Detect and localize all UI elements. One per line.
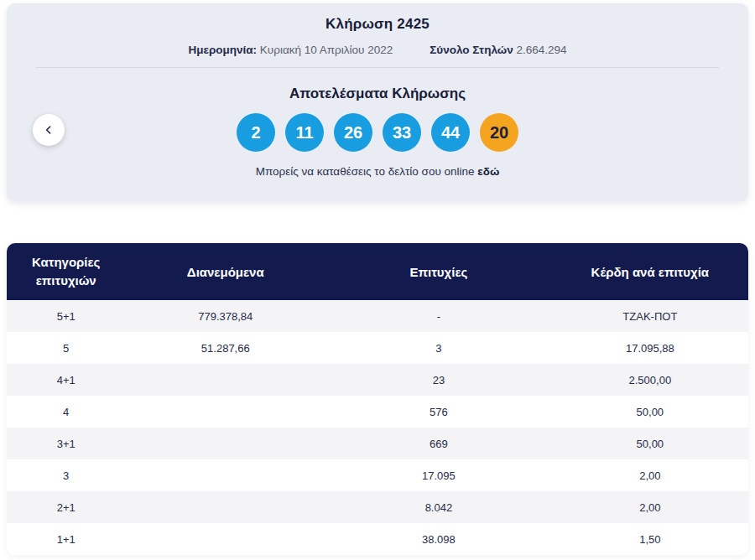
- column-header-prize: Κέρδη ανά επιτυχία: [552, 265, 748, 279]
- category-cell: 4+1: [7, 374, 125, 386]
- column-header-winners: Επιτυχίες: [325, 265, 552, 279]
- previous-draw-button[interactable]: [33, 114, 65, 146]
- column-header-distributed: Διανεμόμενα: [125, 265, 325, 279]
- deposit-text: Μπορείς να καταθέσεις το δελτίο σου onli…: [256, 165, 475, 178]
- winners-cell: 669: [325, 438, 552, 450]
- table-row: 4 576 50,00: [7, 396, 748, 428]
- prize-table-header: Κατηγορίες επιτυχιών Διανεμόμενα Επιτυχί…: [7, 243, 748, 300]
- category-cell: 4: [7, 406, 125, 418]
- total-columns-label: Σύνολο Στηλών: [430, 44, 513, 56]
- prize-cell: ΤΖΑΚ-ΠΟΤ: [552, 310, 748, 323]
- category-cell: 2+1: [7, 501, 125, 514]
- prize-cell: 50,00: [552, 438, 748, 450]
- prize-cell: 17.095,88: [552, 342, 748, 355]
- winners-cell: 8.042: [325, 501, 552, 514]
- category-cell: 1+1: [7, 533, 125, 546]
- total-columns-value: 2.664.294: [516, 44, 566, 56]
- prize-cell: 2,00: [552, 469, 748, 482]
- winners-cell: 17.095: [325, 469, 552, 482]
- table-row: 5 51.287,66 3 17.095,88: [7, 332, 748, 364]
- prize-cell: 1,50: [552, 533, 748, 546]
- winners-cell: 3: [325, 342, 552, 355]
- winners-cell: 576: [325, 406, 552, 418]
- deposit-note: Μπορείς να καταθέσεις το δελτίο σου onli…: [7, 165, 748, 178]
- table-row: 1+1 38.098 1,50: [7, 523, 748, 555]
- draw-date: Ημερομηνία: Κυριακή 10 Απριλίου 2022: [189, 44, 393, 56]
- prize-table: Κατηγορίες επιτυχιών Διανεμόμενα Επιτυχί…: [7, 243, 748, 555]
- page: Κλήρωση 2425 Ημερομηνία: Κυριακή 10 Απρι…: [0, 3, 755, 555]
- draw-title: Κλήρωση 2425: [7, 3, 748, 33]
- results-title: Αποτελέσματα Κλήρωσης: [7, 86, 748, 102]
- winning-number-ball: 33: [383, 113, 421, 152]
- prize-cell: 2.500,00: [552, 374, 748, 386]
- winners-cell: -: [325, 310, 552, 323]
- table-row: 5+1 779.378,84 - ΤΖΑΚ-ΠΟΤ: [7, 300, 748, 332]
- winners-cell: 38.098: [325, 533, 552, 546]
- date-label: Ημερομηνία:: [189, 44, 258, 56]
- winning-number-ball: 11: [285, 113, 324, 152]
- prize-cell: 2,00: [552, 501, 748, 514]
- table-row: 2+1 8.042 2,00: [7, 491, 748, 523]
- table-row: 3 17.095 2,00: [7, 459, 748, 491]
- chevron-left-icon: [42, 123, 55, 137]
- draw-results-card: Κλήρωση 2425 Ημερομηνία: Κυριακή 10 Απρι…: [7, 3, 748, 201]
- date-value: Κυριακή 10 Απριλίου 2022: [260, 44, 393, 56]
- category-cell: 3+1: [7, 438, 125, 450]
- column-header-categories: Κατηγορίες επιτυχιών: [7, 253, 125, 291]
- winning-number-ball: 26: [334, 113, 372, 152]
- table-row: 4+1 23 2.500,00: [7, 364, 748, 396]
- divider: [36, 67, 719, 68]
- category-cell: 5+1: [7, 310, 125, 323]
- winning-numbers: 2 11 26 33 44 20: [7, 113, 748, 152]
- distributed-cell: 779.378,84: [125, 310, 325, 323]
- draw-meta: Ημερομηνία: Κυριακή 10 Απριλίου 2022 Σύν…: [7, 44, 748, 56]
- distributed-cell: 51.287,66: [125, 342, 325, 355]
- prize-cell: 50,00: [552, 406, 748, 418]
- winners-cell: 23: [325, 374, 552, 386]
- deposit-here-link[interactable]: εδώ: [477, 165, 499, 178]
- total-columns: Σύνολο Στηλών 2.664.294: [430, 44, 566, 56]
- winning-number-ball: 2: [237, 113, 275, 152]
- bonus-number-ball: 20: [480, 113, 518, 152]
- category-cell: 3: [7, 469, 125, 482]
- table-row: 3+1 669 50,00: [7, 428, 748, 459]
- winning-number-ball: 44: [431, 113, 470, 152]
- category-cell: 5: [7, 342, 125, 355]
